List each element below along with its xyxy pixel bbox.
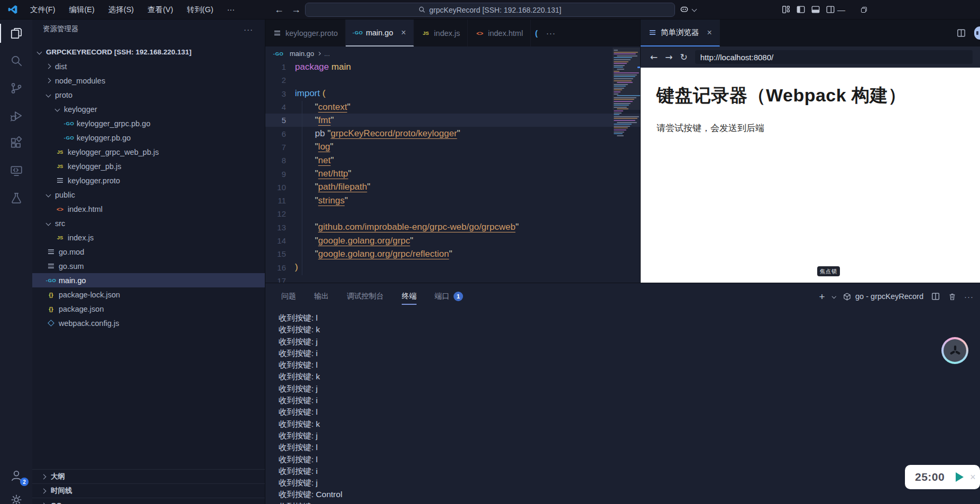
panel-tab-终端[interactable]: 终端 (402, 283, 417, 310)
sidebar-section-GO[interactable]: GO (32, 498, 265, 504)
code-line-17[interactable]: 17 (265, 274, 640, 283)
split-terminal-icon[interactable] (931, 292, 940, 301)
copilot-button[interactable] (679, 4, 696, 15)
tree-item-package-lock.json[interactable]: {}package-lock.json (32, 287, 265, 302)
terminal-session[interactable]: go - grpcKeyRecord (843, 292, 923, 301)
explorer-actions-icon[interactable]: ··· (244, 25, 253, 34)
tab-index.html[interactable]: <>index.html (468, 20, 531, 46)
tree-item-public[interactable]: public (32, 188, 265, 202)
code-line-13[interactable]: 13"github.com/improbable-eng/grpc-web/go… (265, 221, 640, 234)
activity-settings-gear[interactable] (0, 489, 32, 504)
code-line-2[interactable]: 2 (265, 73, 640, 87)
toggle-sidebar-icon[interactable] (796, 5, 806, 14)
sidebar-section-时间线[interactable]: 时间线 (32, 483, 265, 498)
activity-testing[interactable] (0, 184, 32, 212)
code-line-1[interactable]: 1package main (265, 60, 640, 73)
tab-overflow-icon[interactable]: ··· (542, 20, 560, 46)
activity-explorer[interactable] (0, 20, 32, 47)
activity-run-debug[interactable] (0, 102, 32, 129)
tab-main.go[interactable]: GOmain.go× (346, 20, 414, 46)
tree-item-package.json[interactable]: {}package.json (32, 302, 265, 316)
tree-item-keylogger[interactable]: keylogger (32, 102, 265, 116)
command-center-search[interactable]: grpcKeyRecord [SSH: 192.168.220.131] (305, 3, 675, 17)
activity-remote-explorer[interactable] (0, 157, 32, 184)
menu-item-4[interactable]: 转到(G) (180, 5, 220, 15)
tree-item-keylogger.pb.go[interactable]: GOkeylogger.pb.go (32, 130, 265, 145)
pomodoro-timer[interactable]: 25:00 × (905, 465, 980, 489)
tree-item-proto[interactable]: proto (32, 88, 265, 102)
code-line-14[interactable]: 14"google.golang.org/grpc" (265, 234, 640, 247)
sidebar-section-大纲[interactable]: 大纲 (32, 469, 265, 483)
panel-tab-调试控制台[interactable]: 调试控制台 (347, 283, 384, 310)
minimize-button[interactable]: — (837, 5, 845, 14)
menu-item-5[interactable]: ··· (220, 5, 242, 14)
code-line-16[interactable]: 16) (265, 260, 640, 274)
customize-layout-icon[interactable] (781, 5, 791, 14)
browser-back-icon[interactable]: ← (650, 52, 658, 62)
breadcrumb[interactable]: GO main.go ... (265, 46, 640, 60)
tree-item-keylogger-grpc.pb.go[interactable]: GOkeylogger_grpc.pb.go (32, 116, 265, 130)
tree-item-main.go[interactable]: GOmain.go (32, 273, 265, 287)
history-back-icon[interactable]: ← (274, 0, 284, 20)
tree-item-node-modules[interactable]: node_modules (32, 73, 265, 88)
timer-close-icon[interactable]: × (970, 472, 976, 483)
browser-forward-icon[interactable]: → (665, 52, 672, 62)
history-forward-icon[interactable]: → (291, 0, 301, 20)
panel-more-icon[interactable]: ··· (964, 292, 974, 301)
overlay-pill[interactable] (974, 26, 980, 40)
timer-play-icon[interactable] (956, 472, 964, 482)
code-line-12[interactable]: 12 (265, 207, 640, 220)
split-editor-icon[interactable] (956, 28, 966, 38)
tab-index.js[interactable]: JSindex.js (414, 20, 468, 46)
activity-source-control[interactable] (0, 74, 32, 102)
tab-keylogger.proto[interactable]: keylogger.proto (265, 20, 346, 46)
code-line-9[interactable]: 9"net/http" (265, 167, 640, 180)
tab-simple-browser[interactable]: 简单浏览器 × (641, 20, 720, 46)
code-lines[interactable]: 1package main23import (4"context"5"fmt"6… (265, 60, 640, 283)
code-line-5[interactable]: 5"fmt" (265, 114, 640, 127)
tree-item-go.mod[interactable]: go.mod (32, 245, 265, 259)
assistant-floating-button[interactable] (941, 337, 968, 364)
tree-item-keylogger.proto[interactable]: keylogger.proto (32, 173, 265, 188)
url-field[interactable]: http://localhost:8080/ (695, 50, 973, 64)
activity-account[interactable]: 2 (0, 462, 32, 489)
tree-item-dist[interactable]: dist (32, 59, 265, 73)
panel-tab-问题[interactable]: 问题 (281, 283, 296, 310)
toggle-secondary-sidebar-icon[interactable] (826, 5, 835, 14)
menu-item-3[interactable]: 查看(V) (141, 5, 180, 15)
menu-item-2[interactable]: 选择(S) (101, 5, 141, 15)
activity-search[interactable] (0, 47, 32, 74)
toggle-panel-icon[interactable] (811, 5, 820, 14)
tree-item-index.html[interactable]: <>index.html (32, 202, 265, 216)
code-line-7[interactable]: 7"log" (265, 141, 640, 154)
close-icon[interactable]: × (401, 28, 406, 38)
terminal-output[interactable]: 收到按键: l收到按键: k收到按键: j收到按键: i收到按键: l收到按键:… (265, 310, 980, 504)
activity-extensions[interactable] (0, 129, 32, 157)
menu-item-1[interactable]: 编辑(E) (62, 5, 101, 15)
code-line-11[interactable]: 11"strings" (265, 194, 640, 207)
new-terminal-icon[interactable]: + (819, 292, 825, 302)
tree-item-keylogger-grpc-web-pb.js[interactable]: JSkeylogger_grpc_web_pb.js (32, 145, 265, 159)
code-line-15[interactable]: 15"google.golang.org/grpc/reflection" (265, 247, 640, 260)
minimap[interactable] (614, 50, 638, 137)
tree-item-grpckeyrecord-ssh-192.168.220.131-[interactable]: GRPCKEYRECORD [SSH: 192.168.220.131] (32, 45, 265, 59)
tree-item-src[interactable]: src (32, 216, 265, 230)
tab--[interactable]: ( (531, 20, 542, 46)
code-line-10[interactable]: 10"path/filepath" (265, 181, 640, 194)
tree-item-webpack.config.js[interactable]: webpack.config.js (32, 316, 265, 330)
code-line-8[interactable]: 8"net" (265, 154, 640, 167)
tree-item-keylogger-pb.js[interactable]: JSkeylogger_pb.js (32, 159, 265, 173)
panel-tab-输出[interactable]: 输出 (314, 283, 329, 310)
close-icon[interactable]: × (707, 28, 712, 38)
tree-item-go.sum[interactable]: go.sum (32, 259, 265, 273)
panel-tab-端口[interactable]: 端口1 (434, 283, 463, 310)
code-line-3[interactable]: 3import ( (265, 87, 640, 100)
menu-item-0[interactable]: 文件(F) (23, 5, 62, 15)
code-line-6[interactable]: 6pb "grpcKeyRecord/proto/keylogger" (265, 127, 640, 140)
restore-button[interactable] (861, 7, 867, 13)
tree-item-index.js[interactable]: JSindex.js (32, 230, 265, 245)
terminal-dropdown-icon[interactable] (831, 294, 836, 298)
browser-reload-icon[interactable]: ↻ (680, 52, 688, 62)
code-line-4[interactable]: 4"context" (265, 100, 640, 114)
kill-terminal-trash-icon[interactable] (948, 292, 957, 301)
